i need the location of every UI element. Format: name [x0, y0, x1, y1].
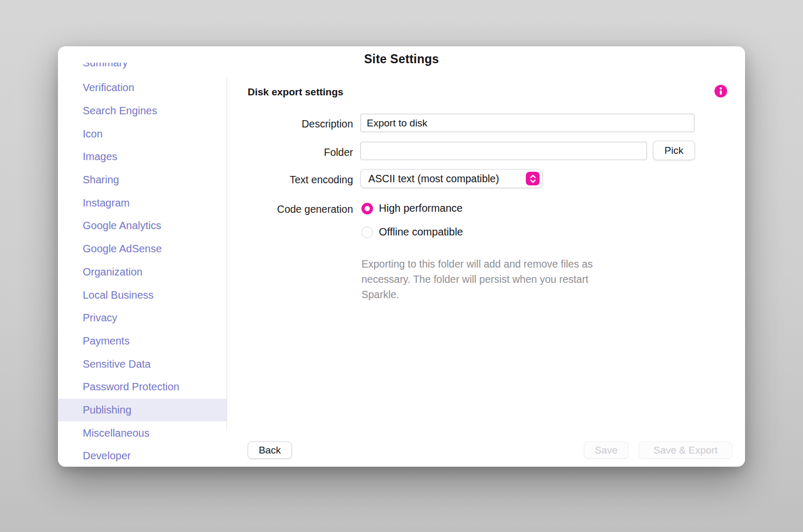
sidebar-item-verification[interactable]: Verification [58, 76, 227, 100]
radio-icon [361, 226, 373, 238]
sidebar-item-password-protection[interactable]: Password Protection [58, 376, 227, 399]
sidebar-item-label: Developer [83, 450, 131, 462]
sidebar-item-label: Icon [83, 128, 103, 140]
radio-option-label: High performance [379, 202, 463, 214]
sidebar-item-label: Google Analytics [83, 220, 161, 232]
folder-label: Folder [324, 146, 353, 159]
sidebar-item-payments[interactable]: Payments [58, 330, 227, 353]
export-help-text: Exporting to this folder will add and re… [361, 257, 629, 302]
sidebar-item-miscellaneous[interactable]: Miscellaneous [58, 421, 227, 445]
description-input[interactable] [360, 114, 694, 132]
sidebar-item-label: Sharing [83, 174, 119, 186]
description-label: Description [301, 117, 353, 130]
back-button[interactable]: Back [248, 441, 292, 459]
text-encoding-selected-value: ASCII text (most compatible) [368, 173, 526, 185]
sidebar-item-publishing[interactable]: Publishing [58, 399, 227, 422]
sidebar-item-label: Privacy [83, 312, 117, 324]
save-button[interactable]: Save [584, 441, 629, 459]
info-button[interactable] [714, 85, 727, 97]
sidebar-item-label: Payments [83, 335, 130, 347]
sidebar-item-organization[interactable]: Organization [58, 261, 227, 284]
text-encoding-select[interactable]: ASCII text (most compatible) [360, 169, 543, 188]
sidebar-item-sharing[interactable]: Sharing [58, 169, 227, 192]
info-icon [714, 85, 727, 97]
code-generation-label: Code generation [277, 203, 353, 215]
back-button-label: Back [259, 445, 281, 456]
sidebar-item-label: Verification [83, 82, 134, 94]
sidebar-item-sensitive-data[interactable]: Sensitive Data [58, 352, 227, 376]
sidebar-item-label: Miscellaneous [83, 427, 150, 439]
sidebar-nav: Verification Search Engines Icon Images … [58, 76, 227, 467]
sidebar-item-summary[interactable]: Summary [83, 63, 188, 70]
pick-button[interactable]: Pick [653, 141, 695, 160]
sidebar-item-label: Search Engines [83, 105, 157, 117]
sidebar-item-label: Password Protection [83, 381, 179, 393]
radio-icon [361, 203, 373, 214]
sidebar-item-developer[interactable]: Developer [58, 445, 227, 467]
sidebar-item-google-analytics[interactable]: Google Analytics [58, 214, 227, 238]
radio-option-offline-compatible[interactable]: Offline compatible [361, 226, 463, 238]
sidebar-item-label: Local Business [83, 289, 154, 301]
sidebar-item-label: Publishing [83, 404, 131, 416]
sidebar-item-label: Summary [83, 63, 188, 69]
save-and-export-button-label: Save & Export [653, 445, 717, 456]
sidebar-divider [227, 78, 227, 431]
sidebar-item-search-engines[interactable]: Search Engines [58, 100, 227, 123]
sidebar-item-label: Google AdSense [83, 243, 162, 255]
text-encoding-label: Text encoding [290, 173, 353, 186]
folder-input[interactable] [360, 142, 647, 160]
sidebar-item-google-adsense[interactable]: Google AdSense [58, 238, 227, 261]
desktop-background: Site Settings Summary Verification Searc… [0, 0, 803, 532]
sidebar-item-label: Instagram [83, 197, 130, 209]
sidebar-item-instagram[interactable]: Instagram [58, 191, 227, 214]
save-button-label: Save [595, 445, 618, 456]
sidebar-item-label: Organization [83, 266, 142, 278]
sidebar-item-images[interactable]: Images [58, 145, 227, 169]
sidebar-item-icon[interactable]: Icon [58, 122, 227, 145]
code-generation-radio-group: High performance Offline compatible [361, 202, 463, 238]
sidebar-item-local-business[interactable]: Local Business [58, 283, 227, 307]
sidebar-item-privacy[interactable]: Privacy [58, 307, 227, 330]
sidebar-item-label: Images [83, 151, 117, 163]
sidebar-item-label: Sensitive Data [83, 358, 151, 370]
radio-option-high-performance[interactable]: High performance [361, 202, 463, 214]
up-down-chevron-icon [526, 172, 540, 185]
pick-button-label: Pick [664, 145, 683, 156]
radio-option-label: Offline compatible [379, 226, 463, 238]
save-and-export-button[interactable]: Save & Export [639, 441, 732, 459]
section-title: Disk export settings [248, 86, 344, 98]
site-settings-dialog: Site Settings Summary Verification Searc… [58, 46, 745, 467]
